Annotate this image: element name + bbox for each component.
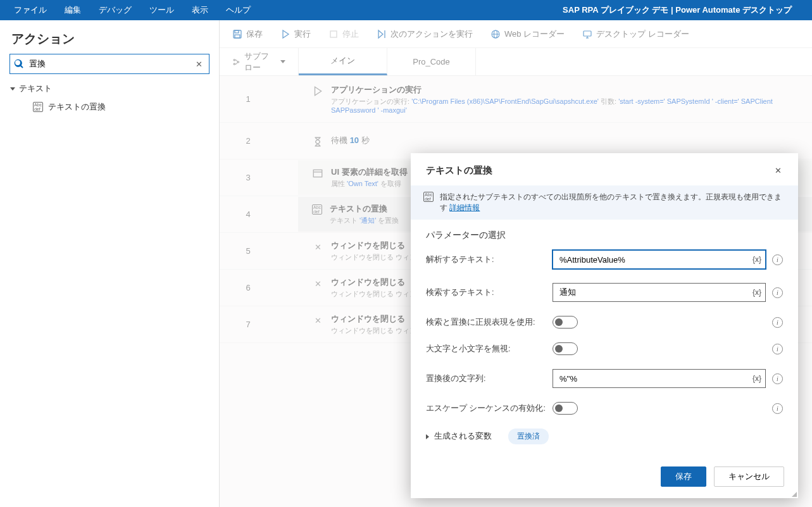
replace-text-icon: Abcdef: [33, 102, 43, 112]
menu-tools[interactable]: ツール: [141, 2, 183, 18]
tree-item-replace-text[interactable]: Abcdef テキストの置換: [0, 98, 219, 116]
resize-grip[interactable]: [789, 489, 797, 497]
use-regex-label: 検索と置換に正規表現を使用:: [426, 317, 553, 328]
actions-search[interactable]: ✕: [9, 54, 209, 74]
action-properties-dialog: テキストの置換 ✕ Abcdef 指定されたサブテキストのすべての出現箇所を他の…: [411, 153, 798, 498]
ignore-case-label: 大文字と小文字を無視:: [426, 344, 553, 354]
more-info-link[interactable]: 詳細情報: [449, 203, 480, 212]
replace-with-input[interactable]: {x}: [553, 369, 766, 388]
actions-header: アクション: [0, 20, 219, 54]
menu-help[interactable]: ヘルプ: [217, 2, 259, 18]
search-text-label: 検索するテキスト:: [426, 287, 553, 298]
generated-variables-label: 生成される変数: [434, 431, 492, 442]
menu-edit[interactable]: 編集: [56, 2, 90, 18]
info-icon[interactable]: i: [772, 317, 783, 328]
variable-chip[interactable]: 置換済: [508, 429, 549, 444]
generated-variables-section[interactable]: 生成される変数 置換済: [426, 429, 783, 444]
designer-panel: 保存 実行 停止 次のアクションを実行 Web レコーダー デスクトップ レコー…: [220, 20, 812, 507]
dialog-title: テキストの置換: [426, 165, 492, 177]
escape-sequences-toggle[interactable]: [553, 402, 578, 415]
parse-text-input[interactable]: {x}: [553, 250, 766, 269]
window-title: SAP RPA プレイブック デモ | Power Automate デスクトッ…: [563, 4, 807, 16]
dialog-info-text: 指定されたサブテキストのすべての出現箇所を他のテキストで置き換えます。正規表現も…: [440, 192, 782, 212]
info-icon[interactable]: i: [772, 344, 783, 354]
close-button[interactable]: ✕: [772, 163, 784, 178]
info-icon[interactable]: i: [772, 403, 783, 414]
menu-file[interactable]: ファイル: [5, 2, 56, 18]
actions-search-input[interactable]: [28, 54, 193, 73]
dialog-description: Abcdef 指定されたサブテキストのすべての出現箇所を他のテキストで置き換えま…: [411, 185, 798, 220]
variable-picker-icon[interactable]: {x}: [753, 288, 761, 297]
search-icon: [14, 59, 24, 69]
search-text-input[interactable]: {x}: [553, 283, 766, 302]
tree-item-label: テキストの置換: [48, 101, 106, 113]
replace-text-icon: Abcdef: [423, 192, 434, 202]
replace-with-label: 置換後の文字列:: [426, 373, 553, 384]
parse-text-field[interactable]: [558, 254, 747, 265]
cancel-button[interactable]: キャンセル: [714, 466, 784, 487]
info-icon[interactable]: i: [772, 254, 783, 265]
info-icon[interactable]: i: [772, 373, 783, 384]
clear-icon[interactable]: ✕: [193, 58, 205, 70]
menu-view[interactable]: 表示: [183, 2, 217, 18]
search-text-field[interactable]: [558, 287, 747, 298]
menu-debug[interactable]: デバッグ: [90, 2, 141, 18]
info-icon[interactable]: i: [772, 287, 783, 298]
tree-group-label: テキスト: [19, 83, 52, 94]
save-button[interactable]: 保存: [661, 466, 706, 487]
chevron-right-icon: [426, 434, 429, 439]
title-bar: ファイル 編集 デバッグ ツール 表示 ヘルプ SAP RPA プレイブック デ…: [0, 0, 812, 20]
escape-sequences-label: エスケープ シーケンスの有効化:: [426, 403, 553, 414]
ignore-case-toggle[interactable]: [553, 342, 578, 355]
parse-text-label: 解析するテキスト:: [426, 254, 553, 265]
chevron-down-icon: [10, 87, 15, 91]
variable-picker-icon[interactable]: {x}: [753, 255, 761, 264]
replace-with-field[interactable]: [558, 373, 747, 384]
use-regex-toggle[interactable]: [553, 316, 578, 329]
parameters-section-title: パラメーターの選択: [426, 230, 783, 241]
variable-picker-icon[interactable]: {x}: [753, 374, 761, 383]
tree-group-text[interactable]: テキスト: [0, 79, 219, 98]
actions-panel: アクション ✕ テキスト Abcdef テキストの置換: [0, 20, 220, 507]
